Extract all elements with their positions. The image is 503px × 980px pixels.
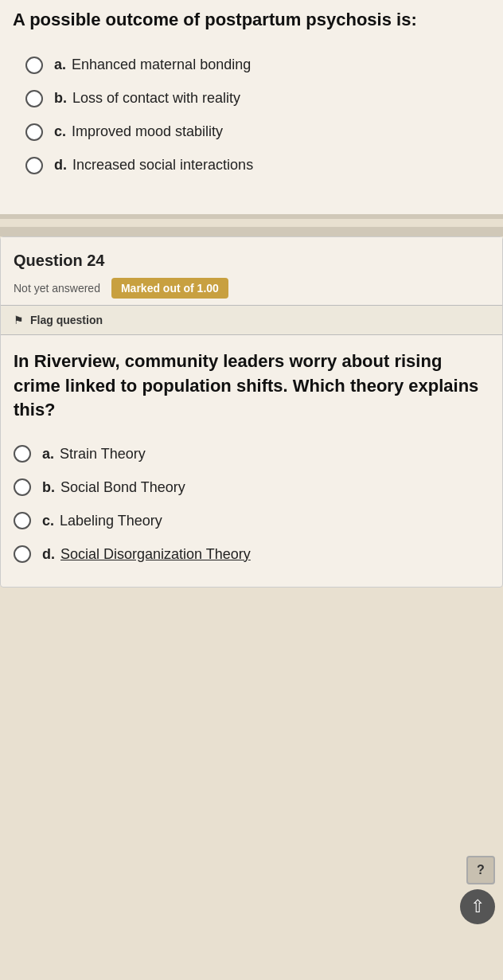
radio-d-prev[interactable]: [25, 157, 43, 174]
list-item[interactable]: d. Social Disorganization Theory: [14, 537, 489, 571]
flag-label: Flag question: [30, 314, 103, 326]
section-divider: [0, 227, 503, 236]
option-label-c: c. Labeling Theory: [42, 513, 162, 529]
option-label: d. Increased social interactions: [54, 157, 253, 174]
option-label: a. Enhanced maternal bonding: [54, 57, 251, 73]
radio-b[interactable]: [14, 478, 31, 496]
option-label: c. Improved mood stability: [54, 123, 223, 140]
marked-badge: Marked out of 1.00: [111, 278, 228, 299]
question-header: Question 24 Not yet answered Marked out …: [1, 237, 502, 305]
options-list: a. Strain Theory b. Social Bond Theory c…: [1, 431, 502, 587]
list-item[interactable]: a. Strain Theory: [14, 437, 489, 470]
option-label-a: a. Strain Theory: [42, 446, 146, 463]
list-item[interactable]: c. Improved mood stability: [25, 115, 478, 149]
radio-c-prev[interactable]: [25, 123, 43, 141]
list-item[interactable]: d. Increased social interactions: [25, 149, 478, 182]
flag-bar[interactable]: ⚑ Flag question: [1, 305, 502, 335]
radio-a-prev[interactable]: [25, 57, 43, 74]
list-item[interactable]: b. Loss of contact with reality: [25, 82, 478, 115]
scroll-up-button[interactable]: ⇧: [460, 889, 495, 924]
prev-question-text: A possible outcome of postpartum psychos…: [13, 8, 490, 33]
question-meta: Not yet answered Marked out of 1.00: [14, 278, 489, 299]
previous-question-card: A possible outcome of postpartum psychos…: [0, 0, 503, 219]
list-item[interactable]: b. Social Bond Theory: [14, 470, 489, 504]
radio-d[interactable]: [14, 545, 31, 563]
prev-options-list: a. Enhanced maternal bonding b. Loss of …: [13, 42, 490, 198]
list-item[interactable]: c. Labeling Theory: [14, 504, 489, 537]
radio-a[interactable]: [14, 445, 31, 463]
option-label-b: b. Social Bond Theory: [42, 479, 185, 496]
list-item[interactable]: a. Enhanced maternal bonding: [25, 49, 478, 82]
option-label-d: d. Social Disorganization Theory: [42, 546, 251, 563]
help-button[interactable]: ?: [466, 856, 495, 884]
not-answered-label: Not yet answered: [14, 282, 100, 295]
question-title: Question 24: [14, 252, 489, 270]
option-label: b. Loss of contact with reality: [54, 90, 240, 107]
question-24-card: Question 24 Not yet answered Marked out …: [0, 236, 503, 588]
radio-b-prev[interactable]: [25, 90, 43, 107]
radio-c[interactable]: [14, 512, 31, 529]
question-text: In Riverview, community leaders worry ab…: [1, 335, 502, 431]
flag-icon: ⚑: [14, 314, 24, 326]
